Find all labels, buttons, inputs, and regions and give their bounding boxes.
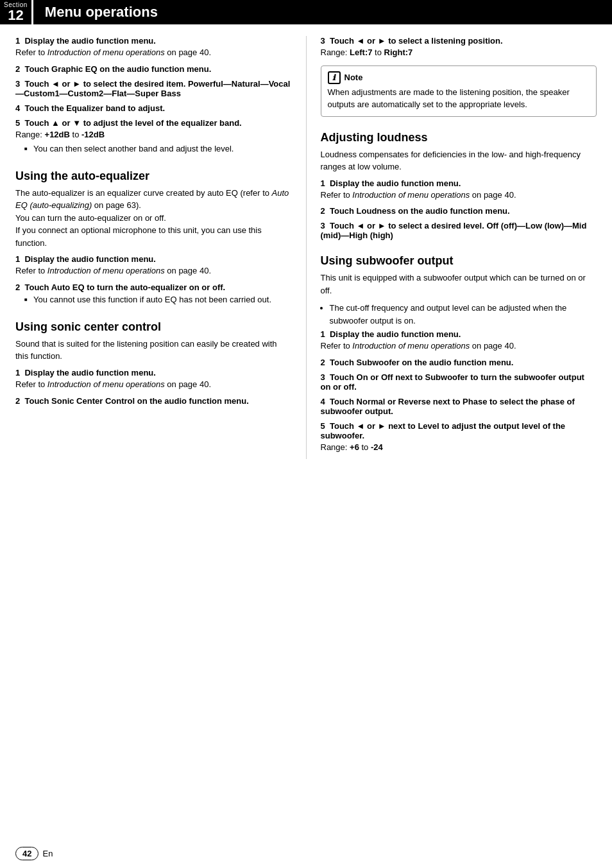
step-5-bullet: You can then select another band and adj… bbox=[24, 143, 292, 155]
subwoofer-step-2: 2 Touch Subwoofer on the audio function … bbox=[321, 358, 597, 367]
loudness-step-3-heading: 3 Touch ◄ or ► to select a desired level… bbox=[321, 221, 597, 240]
sonic-step-3: 3 Touch ◄ or ► to select a listening pos… bbox=[321, 36, 597, 59]
loudness-step-2: 2 Touch Loudness on the audio function m… bbox=[321, 206, 597, 216]
loudness-step-2-heading: 2 Touch Loudness on the audio function m… bbox=[321, 206, 597, 216]
step-4-num: 4 bbox=[15, 103, 20, 113]
step-3-heading: 3 Touch ◄ or ► to select the desired ite… bbox=[15, 79, 292, 98]
footer: 42 En bbox=[15, 847, 53, 860]
note-icon: ℹ bbox=[328, 71, 341, 84]
step-3: 3 Touch ◄ or ► to select the desired ite… bbox=[15, 79, 292, 98]
auto-eq-step-1-heading: 1 Display the audio function menu. bbox=[15, 254, 292, 264]
step-2: 2 Touch Graphic EQ on the audio function… bbox=[15, 64, 292, 74]
subwoofer-step-1-body: Refer to Introduction of menu operations… bbox=[321, 340, 597, 352]
loudness-step-1-body: Refer to Introduction of menu operations… bbox=[321, 189, 597, 202]
sonic-step-1-body: Refer to Introduction of menu operations… bbox=[15, 379, 292, 391]
loudness-title: Adjusting loudness bbox=[321, 131, 597, 144]
step-1-heading: 1 Display the audio function menu. bbox=[15, 36, 292, 46]
subwoofer-step-5: 5 Touch ◄ or ► next to Level to adjust t… bbox=[321, 421, 597, 454]
left-column: 1 Display the audio function menu. Refer… bbox=[15, 36, 307, 459]
subwoofer-intro: This unit is equipped with a subwoofer o… bbox=[321, 272, 597, 297]
auto-eq-step-1: 1 Display the audio function menu. Refer… bbox=[15, 254, 292, 277]
auto-eq-intro: The auto-equalizer is an equalizer curve… bbox=[15, 187, 292, 250]
step-3-num: 3 bbox=[15, 79, 20, 89]
sonic-step-2-heading: 2 Touch Sonic Center Control on the audi… bbox=[15, 396, 292, 406]
subwoofer-bullets: The cut-off frequency and output level c… bbox=[330, 302, 597, 327]
step-5-body: Range: +12dB to -12dB bbox=[15, 129, 292, 141]
step-4-heading: 4 Touch the Equalizer band to adjust. bbox=[15, 103, 292, 113]
step-2-num: 2 bbox=[15, 64, 20, 74]
subwoofer-title: Using subwoofer output bbox=[321, 254, 597, 268]
sonic-step-3-heading: 3 Touch ◄ or ► to select a listening pos… bbox=[321, 36, 597, 46]
page-title: Menu operations bbox=[31, 0, 612, 24]
step-5-bullets: You can then select another band and adj… bbox=[24, 143, 292, 155]
step-2-heading: 2 Touch Graphic EQ on the audio function… bbox=[15, 64, 292, 74]
auto-eq-title: Using the auto-equalizer bbox=[15, 169, 292, 183]
loudness-step-1-heading: 1 Display the audio function menu. bbox=[321, 178, 597, 188]
note-box: ℹ Note When adjustments are made to the … bbox=[321, 65, 597, 117]
page-number: 42 bbox=[15, 847, 38, 860]
sonic-step-1: 1 Display the audio function menu. Refer… bbox=[15, 368, 292, 391]
note-body: When adjustments are made to the listeni… bbox=[328, 87, 590, 111]
note-header: ℹ Note bbox=[328, 71, 590, 84]
page-header: Section 12 Menu operations bbox=[0, 0, 612, 24]
step-1: 1 Display the audio function menu. Refer… bbox=[15, 36, 292, 59]
step-5-heading: 5 Touch ▲ or ▼ to adjust the level of th… bbox=[15, 118, 292, 128]
step-1-body: Refer to Introduction of menu operations… bbox=[15, 47, 292, 59]
content-columns: 1 Display the audio function menu. Refer… bbox=[0, 36, 612, 459]
auto-eq-step-1-body: Refer to Introduction of menu operations… bbox=[15, 265, 292, 277]
subwoofer-bullet-1: The cut-off frequency and output level c… bbox=[330, 302, 597, 327]
auto-eq-note: You cannot use this function if auto EQ … bbox=[24, 294, 292, 306]
subwoofer-step-4: 4 Touch Normal or Reverse next to Phase … bbox=[321, 397, 597, 416]
sonic-step-2: 2 Touch Sonic Center Control on the audi… bbox=[15, 396, 292, 406]
step-5: 5 Touch ▲ or ▼ to adjust the level of th… bbox=[15, 118, 292, 155]
subwoofer-step-1-heading: 1 Display the audio function menu. bbox=[321, 329, 597, 339]
subwoofer-step-5-range: Range: +6 to -24 bbox=[321, 442, 597, 454]
section-number: 12 bbox=[8, 8, 23, 22]
section-badge: Section 12 bbox=[0, 0, 31, 24]
auto-eq-note-bullets: You cannot use this function if auto EQ … bbox=[24, 294, 292, 306]
subwoofer-step-1: 1 Display the audio function menu. Refer… bbox=[321, 329, 597, 352]
step-5-num: 5 bbox=[15, 118, 20, 128]
right-column: 3 Touch ◄ or ► to select a listening pos… bbox=[307, 36, 597, 459]
auto-eq-step-2-heading: 2 Touch Auto EQ to turn the auto-equaliz… bbox=[15, 282, 292, 292]
sonic-step-1-heading: 1 Display the audio function menu. bbox=[15, 368, 292, 378]
loudness-step-3: 3 Touch ◄ or ► to select a desired level… bbox=[321, 221, 597, 240]
language-label: En bbox=[42, 849, 53, 858]
sonic-title: Using sonic center control bbox=[15, 320, 292, 334]
loudness-step-1: 1 Display the audio function menu. Refer… bbox=[321, 178, 597, 202]
subwoofer-step-2-heading: 2 Touch Subwoofer on the audio function … bbox=[321, 358, 597, 367]
sonic-intro: Sound that is suited for the listening p… bbox=[15, 338, 292, 363]
subwoofer-step-5-heading: 5 Touch ◄ or ► next to Level to adjust t… bbox=[321, 421, 597, 440]
subwoofer-step-3-heading: 3 Touch On or Off next to Subwoofer to t… bbox=[321, 372, 597, 392]
loudness-intro: Loudness compensates for deficiencies in… bbox=[321, 148, 597, 173]
auto-eq-step-2: 2 Touch Auto EQ to turn the auto-equaliz… bbox=[15, 282, 292, 306]
subwoofer-step-4-heading: 4 Touch Normal or Reverse next to Phase … bbox=[321, 397, 597, 416]
step-1-num: 1 bbox=[15, 36, 20, 46]
sonic-step-3-range: Range: Left:7 to Right:7 bbox=[321, 47, 597, 59]
subwoofer-step-3: 3 Touch On or Off next to Subwoofer to t… bbox=[321, 372, 597, 392]
page: Section 12 Menu operations 1 Display the… bbox=[0, 0, 612, 868]
step-4: 4 Touch the Equalizer band to adjust. bbox=[15, 103, 292, 113]
